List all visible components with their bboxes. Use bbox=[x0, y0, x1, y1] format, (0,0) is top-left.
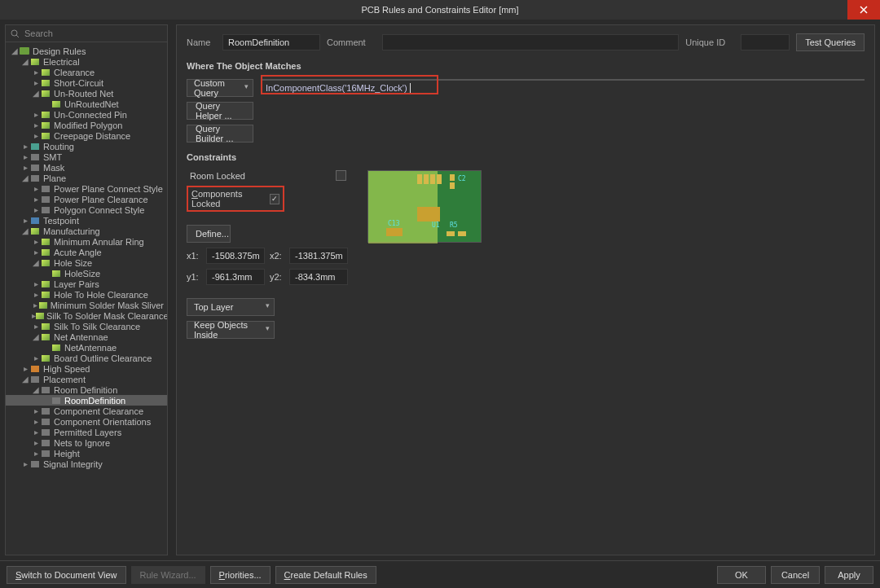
apply-button[interactable]: Apply bbox=[825, 566, 873, 584]
tree-item[interactable]: HoleSize bbox=[6, 268, 167, 279]
tree-item[interactable]: ◢Electrical bbox=[6, 56, 167, 67]
tree-item[interactable]: ▸Acute Angle bbox=[6, 247, 167, 257]
tree-item[interactable]: ◢Manufacturing bbox=[6, 226, 167, 236]
tree-item[interactable]: ◢Un-Routed Net bbox=[6, 88, 167, 99]
name-input[interactable] bbox=[222, 34, 320, 50]
query-builder-button[interactable]: Query Builder ... bbox=[187, 125, 253, 143]
query-textarea[interactable]: InComponentClass('16MHz_Clock') bbox=[262, 79, 865, 81]
tree-item[interactable]: ▸Nets to Ignore bbox=[6, 437, 167, 448]
tree-item[interactable]: ▸Creepage Distance bbox=[6, 130, 167, 141]
close-button[interactable] bbox=[847, 0, 880, 20]
priorities-button[interactable]: Priorities... bbox=[210, 566, 271, 584]
window-title: PCB Rules and Constraints Editor [mm] bbox=[361, 5, 518, 15]
tree-item[interactable]: ▸Un-Connected Pin bbox=[6, 109, 167, 120]
rules-tree-panel: Search ◢Design Rules◢Electrical▸Clearanc… bbox=[5, 24, 168, 555]
tree-item[interactable]: ▸Layer Pairs bbox=[6, 279, 167, 289]
tree-item[interactable]: ◢Net Antennae bbox=[6, 331, 167, 342]
tree-item[interactable]: ▸Modified Polygon bbox=[6, 120, 167, 130]
tree-item[interactable]: ▸Polygon Connect Style bbox=[6, 204, 167, 215]
rule-editor-panel: Name Comment Unique ID Test Queries Wher… bbox=[176, 24, 875, 555]
y1-input[interactable] bbox=[206, 269, 265, 285]
tree-item[interactable]: ▸Minimum Solder Mask Sliver bbox=[6, 300, 167, 310]
room-preview: C2 U1 C13 R5 bbox=[367, 170, 482, 243]
cancel-button[interactable]: Cancel bbox=[771, 566, 820, 584]
tree-item[interactable]: ▸Silk To Silk Clearance bbox=[6, 321, 167, 331]
bottom-bar: Switch to Document View Rule Wizard... P… bbox=[0, 560, 880, 588]
tree-item[interactable]: ▸Testpoint bbox=[6, 215, 167, 226]
rule-wizard-button: Rule Wizard... bbox=[131, 566, 205, 584]
uid-label: Unique ID bbox=[685, 37, 734, 47]
x2-input[interactable] bbox=[289, 248, 348, 264]
tree-item[interactable]: ◢Placement bbox=[6, 374, 167, 384]
tree-item[interactable]: ▸Power Plane Clearance bbox=[6, 194, 167, 204]
rules-tree[interactable]: ◢Design Rules◢Electrical▸Clearance▸Short… bbox=[6, 42, 167, 555]
tree-item[interactable]: ▸High Speed bbox=[6, 363, 167, 374]
search-row[interactable]: Search bbox=[6, 25, 167, 42]
search-icon bbox=[11, 29, 20, 38]
tree-item[interactable]: ◢Design Rules bbox=[6, 46, 167, 56]
tree-item[interactable]: ▸Routing bbox=[6, 141, 167, 151]
name-label: Name bbox=[187, 37, 216, 47]
tree-item[interactable]: ◢Room Definition bbox=[6, 384, 167, 395]
tree-item[interactable]: ▸Height bbox=[6, 448, 167, 459]
tree-item[interactable]: ▸Component Clearance bbox=[6, 406, 167, 416]
keep-select[interactable]: Keep Objects Inside bbox=[187, 321, 275, 339]
tree-item[interactable]: UnRoutedNet bbox=[6, 99, 167, 109]
svg-point-0 bbox=[11, 30, 17, 36]
create-default-rules-button[interactable]: Create Default Rules bbox=[275, 566, 376, 584]
tree-item[interactable]: ▸Minimum Annular Ring bbox=[6, 236, 167, 247]
tree-item[interactable]: ▸Signal Integrity bbox=[6, 459, 167, 469]
query-helper-button[interactable]: Query Helper ... bbox=[187, 102, 253, 120]
y2-input[interactable] bbox=[289, 269, 348, 285]
define-button[interactable]: Define... bbox=[187, 225, 231, 243]
room-locked-checkbox[interactable] bbox=[336, 170, 346, 181]
comment-label: Comment bbox=[327, 37, 376, 47]
room-locked-label: Room Locked bbox=[190, 171, 245, 181]
tree-item[interactable]: ▸Hole To Hole Clearance bbox=[6, 289, 167, 300]
tree-item[interactable]: ▸Component Orientations bbox=[6, 416, 167, 427]
titlebar: PCB Rules and Constraints Editor [mm] bbox=[0, 0, 880, 20]
switch-view-button[interactable]: Switch to Document View bbox=[7, 566, 126, 584]
where-title: Where The Object Matches bbox=[187, 58, 865, 72]
comment-input[interactable] bbox=[382, 34, 679, 50]
tree-item[interactable]: ▸Silk To Solder Mask Clearance bbox=[6, 310, 167, 321]
scope-select[interactable]: Custom Query bbox=[187, 79, 253, 97]
tree-item[interactable]: ◢Hole Size bbox=[6, 257, 167, 268]
tree-item[interactable]: ▸Power Plane Connect Style bbox=[6, 183, 167, 194]
components-locked-checkbox[interactable]: ✓ bbox=[270, 194, 279, 204]
tree-item[interactable]: ◢Plane bbox=[6, 173, 167, 183]
tree-item[interactable]: ▸SMT bbox=[6, 151, 167, 162]
layer-select[interactable]: Top Layer bbox=[187, 298, 275, 316]
tree-item[interactable]: ▸Clearance bbox=[6, 67, 167, 77]
search-placeholder: Search bbox=[24, 29, 53, 38]
tree-item[interactable]: ▸Board Outline Clearance bbox=[6, 353, 167, 363]
tree-item[interactable]: RoomDefinition bbox=[6, 395, 167, 406]
components-locked-label: Components Locked bbox=[191, 189, 263, 208]
ok-button[interactable]: OK bbox=[717, 566, 766, 584]
tree-item[interactable]: NetAntennae bbox=[6, 342, 167, 353]
x1-input[interactable] bbox=[206, 248, 265, 264]
tree-item[interactable]: ▸Mask bbox=[6, 162, 167, 173]
tree-item[interactable]: ▸Permitted Layers bbox=[6, 427, 167, 437]
uid-input[interactable] bbox=[741, 34, 790, 50]
tree-item[interactable]: ▸Short-Circuit bbox=[6, 77, 167, 88]
constraints-title: Constraints bbox=[187, 149, 865, 164]
close-icon bbox=[860, 6, 868, 14]
test-queries-button[interactable]: Test Queries bbox=[796, 33, 865, 51]
